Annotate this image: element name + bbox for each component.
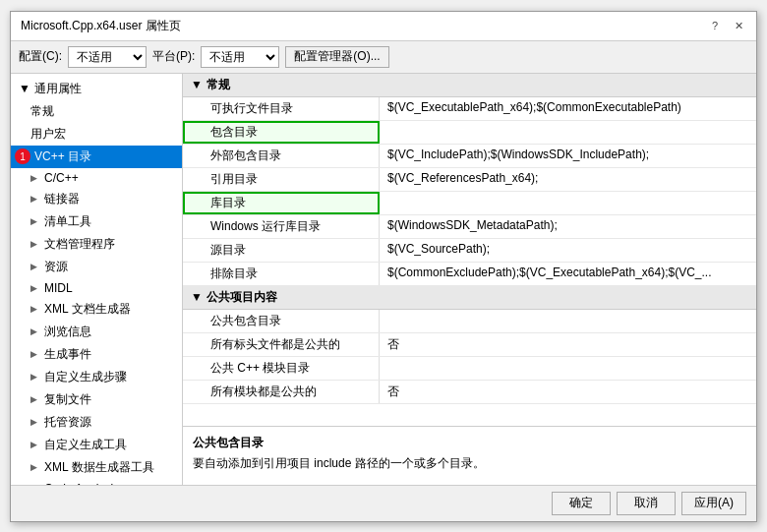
- expand-icon: ▶: [30, 349, 40, 359]
- prop-name: 公共 C++ 模块目录: [183, 357, 380, 380]
- prop-value: $(VC_ReferencesPath_x64);: [380, 168, 756, 191]
- tree-item-xml-data-gen[interactable]: ▶XML 数据生成器工具: [11, 456, 182, 479]
- help-button[interactable]: ?: [707, 18, 723, 33]
- tree-item-vc-dirs[interactable]: 1VC++ 目录: [11, 146, 182, 168]
- prop-value: [380, 192, 756, 214]
- prop-value: $(VC_SourcePath);: [380, 239, 756, 262]
- table-row[interactable]: 排除目录$(CommonExcludePath);$(VC_Executable…: [183, 263, 756, 286]
- prop-name: 可执行文件目录: [183, 97, 380, 120]
- prop-name: 源目录: [183, 239, 380, 262]
- config-label: 配置(C):: [19, 48, 62, 65]
- tree-item-label: 链接器: [44, 191, 80, 207]
- description-text: 要自动添加到引用项目 include 路径的一个或多个目录。: [193, 455, 746, 472]
- tree-item-label: 浏览信息: [44, 324, 91, 340]
- tree-item-managed-res[interactable]: ▶托管资源: [11, 411, 182, 434]
- config-select[interactable]: 不适用: [68, 46, 147, 68]
- table-row[interactable]: 所有标头文件都是公共的否: [183, 333, 756, 357]
- table-row[interactable]: 包含目录: [183, 121, 756, 145]
- prop-value: $(VC_ExecutablePath_x64);$(CommonExecuta…: [380, 97, 756, 120]
- tree-item-label: 文档管理程序: [44, 236, 115, 253]
- tree-item-copy-files[interactable]: ▶复制文件: [11, 388, 182, 411]
- tree-item-midl[interactable]: ▶MIDL: [11, 278, 182, 298]
- close-button[interactable]: ✕: [731, 18, 746, 33]
- tree-item-general[interactable]: 常规: [11, 100, 182, 123]
- dialog-title: Microsoft.Cpp.x64.user 属性页: [21, 18, 181, 34]
- prop-section-header: ▼公共项目内容: [183, 286, 756, 310]
- description-panel: 公共包含目录 要自动添加到引用项目 include 路径的一个或多个目录。: [183, 426, 756, 485]
- ok-button[interactable]: 确定: [552, 492, 611, 515]
- table-row[interactable]: 公共 C++ 模块目录: [183, 357, 756, 381]
- props-content: ▼常规可执行文件目录$(VC_ExecutablePath_x64);$(Com…: [183, 74, 756, 404]
- table-row[interactable]: 所有模块都是公共的否: [183, 381, 756, 404]
- prop-name: 外部包含目录: [183, 145, 380, 167]
- footer: 确定 取消 应用(A): [11, 485, 756, 521]
- tree-item-label: C/C++: [44, 171, 79, 185]
- prop-name: 包含目录: [183, 121, 380, 144]
- tree-item-label: XML 文档生成器: [44, 301, 131, 318]
- tree-item-resources[interactable]: ▶资源: [11, 256, 182, 278]
- expand-icon: ▶: [30, 173, 40, 183]
- prop-name: 所有标头文件都是公共的: [183, 333, 380, 356]
- prop-section-header: ▼常规: [183, 74, 756, 97]
- prop-name: 排除目录: [183, 263, 380, 285]
- prop-name: 引用目录: [183, 168, 380, 191]
- tree-item-browse-info[interactable]: ▶浏览信息: [11, 321, 182, 343]
- content-area: ▼ 通用属性 常规用户宏1VC++ 目录▶C/C++▶链接器▶清单工具▶文档管理…: [11, 74, 756, 485]
- tree-item-user-macros[interactable]: 用户宏: [11, 123, 182, 146]
- tree-item-label: XML 数据生成器工具: [44, 459, 154, 476]
- tree-item-doc-gen[interactable]: ▶文档管理程序: [11, 233, 182, 256]
- expand-icon: ▶: [30, 239, 40, 249]
- section-label: 通用属性: [34, 81, 82, 97]
- table-row[interactable]: 引用目录$(VC_ReferencesPath_x64);: [183, 168, 756, 192]
- tree-section-header: ▼ 通用属性: [11, 78, 182, 100]
- expand-icon: ▶: [30, 440, 40, 449]
- tree-item-label: 用户宏: [30, 126, 66, 143]
- expand-icon: ▶: [30, 304, 40, 314]
- tree-item-label: 资源: [44, 259, 68, 275]
- properties-table: ▼常规可执行文件目录$(VC_ExecutablePath_x64);$(Com…: [183, 74, 756, 426]
- tree-item-cpp[interactable]: ▶C/C++: [11, 168, 182, 188]
- badge-vc-dirs: 1: [15, 148, 30, 164]
- collapse-icon: ▼: [19, 82, 30, 95]
- prop-name: Windows 运行库目录: [183, 215, 380, 238]
- table-row[interactable]: Windows 运行库目录$(WindowsSDK_MetadataPath);: [183, 215, 756, 239]
- prop-value: $(CommonExcludePath);$(VC_ExecutablePath…: [380, 263, 756, 285]
- table-row[interactable]: 库目录: [183, 192, 756, 215]
- expand-icon: ▶: [30, 194, 40, 204]
- expand-icon: ▶: [30, 283, 40, 293]
- prop-name: 库目录: [183, 192, 380, 214]
- tree-item-manifest-tool[interactable]: ▶清单工具: [11, 210, 182, 233]
- title-buttons: ? ✕: [707, 18, 746, 33]
- section-collapse-icon: ▼: [191, 290, 203, 304]
- expand-icon: ▶: [30, 326, 40, 336]
- left-panel: ▼ 通用属性 常规用户宏1VC++ 目录▶C/C++▶链接器▶清单工具▶文档管理…: [11, 74, 183, 485]
- tree-item-linker[interactable]: ▶链接器: [11, 188, 182, 210]
- tree-item-build-events[interactable]: ▶生成事件: [11, 343, 182, 366]
- prop-value: [380, 357, 756, 380]
- prop-value: [380, 310, 756, 332]
- apply-button[interactable]: 应用(A): [681, 492, 746, 515]
- tree-item-label: 自定义生成步骤: [44, 369, 127, 385]
- table-row[interactable]: 源目录$(VC_SourcePath);: [183, 239, 756, 263]
- config-manager-button[interactable]: 配置管理器(O)...: [285, 46, 388, 68]
- right-panel: ▼常规可执行文件目录$(VC_ExecutablePath_x64);$(Com…: [183, 74, 756, 485]
- prop-name: 公共包含目录: [183, 310, 380, 332]
- tree-item-custom-tool[interactable]: ▶自定义生成工具: [11, 434, 182, 456]
- platform-select[interactable]: 不适用: [201, 46, 279, 68]
- tree-item-label: VC++ 目录: [34, 148, 91, 165]
- tree-item-label: 自定义生成工具: [44, 437, 127, 453]
- table-row[interactable]: 外部包含目录$(VC_IncludePath);$(WindowsSDK_Inc…: [183, 145, 756, 168]
- table-row[interactable]: 可执行文件目录$(VC_ExecutablePath_x64);$(Common…: [183, 97, 756, 121]
- title-bar: Microsoft.Cpp.x64.user 属性页 ? ✕: [11, 12, 756, 41]
- tree-item-label: 复制文件: [44, 391, 91, 408]
- cancel-button[interactable]: 取消: [617, 492, 676, 515]
- expand-icon: ▶: [30, 262, 40, 271]
- tree-item-xml-gen[interactable]: ▶XML 文档生成器: [11, 298, 182, 321]
- expand-icon: ▶: [30, 216, 40, 226]
- section-title: 常规: [206, 77, 230, 93]
- tree-item-custom-build[interactable]: ▶自定义生成步骤: [11, 366, 182, 388]
- prop-name: 所有模块都是公共的: [183, 381, 380, 403]
- table-row[interactable]: 公共包含目录: [183, 310, 756, 333]
- prop-value: $(WindowsSDK_MetadataPath);: [380, 215, 756, 238]
- tree-item-label: 托管资源: [44, 414, 91, 431]
